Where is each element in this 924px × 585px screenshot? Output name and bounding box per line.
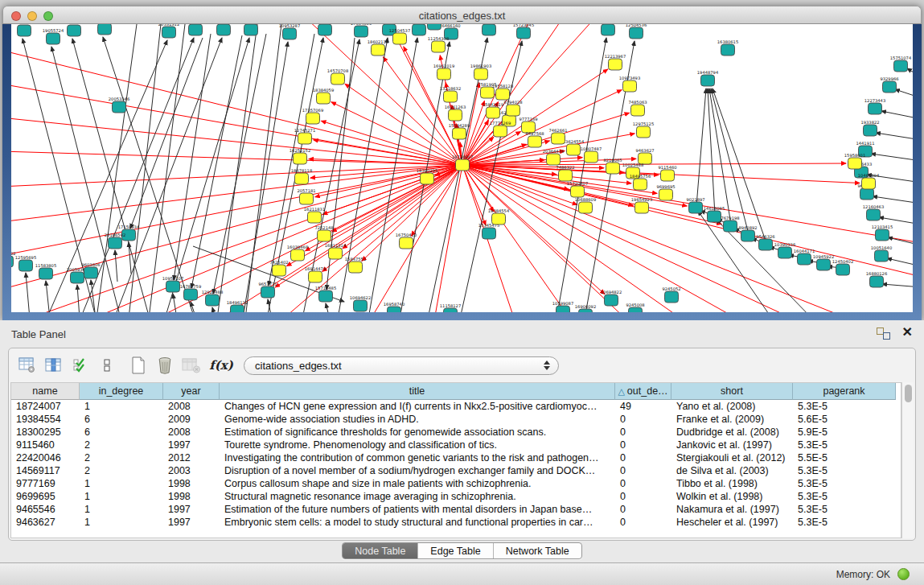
graph-node[interactable] — [474, 68, 488, 80]
column-header-year[interactable]: year — [163, 383, 220, 400]
citation-edge[interactable] — [191, 35, 242, 288]
cell-name[interactable]: 19384554 — [11, 413, 80, 426]
graph-node[interactable] — [456, 159, 470, 171]
graph-node[interactable] — [244, 24, 258, 35]
graph-node[interactable] — [113, 101, 126, 113]
cell-year[interactable]: 1998 — [163, 477, 220, 490]
graph-node[interactable] — [47, 33, 60, 44]
cell-pagerank[interactable]: 5.3E-5 — [793, 439, 896, 451]
citation-edge[interactable] — [907, 68, 913, 77]
table-row[interactable]: 969969511998Structural magnetic resonanc… — [11, 490, 901, 503]
table-settings-icon[interactable] — [15, 353, 39, 377]
graph-node[interactable] — [413, 24, 426, 35]
float-panel-icon[interactable] — [877, 328, 890, 340]
graph-node[interactable] — [528, 136, 542, 147]
citation-edge[interactable] — [326, 303, 330, 312]
cell-title[interactable]: Genome-wide association studies in ADHD. — [220, 413, 615, 426]
cell-year[interactable]: 2003 — [163, 464, 220, 477]
graph-node[interactable] — [798, 253, 811, 265]
cell-name[interactable]: 18300295 — [11, 426, 80, 439]
graph-node[interactable] — [759, 239, 773, 250]
cell-pagerank[interactable]: 5.3E-5 — [793, 464, 896, 477]
close-panel-icon[interactable]: ✕ — [902, 324, 913, 340]
graph-node[interactable] — [579, 309, 593, 312]
graph-node[interactable] — [309, 271, 322, 282]
graph-node[interactable] — [317, 93, 331, 104]
citation-edge[interactable] — [11, 50, 462, 165]
cell-short[interactable]: Jankovic et al. (1997) — [671, 439, 793, 451]
graph-node[interactable] — [552, 133, 565, 144]
table-scrollbar[interactable] — [901, 382, 914, 538]
cell-title[interactable]: Estimation of the future numbers of pati… — [220, 503, 615, 516]
cell-in_degree[interactable]: 1 — [80, 516, 163, 529]
citation-edge[interactable] — [888, 237, 913, 245]
cell-title[interactable]: Embryonic stem cells: a model to study s… — [220, 516, 615, 529]
cell-name[interactable]: 9463627 — [11, 516, 80, 529]
graph-node[interactable] — [571, 186, 585, 197]
cell-out_degree[interactable]: 0 — [615, 426, 671, 439]
graph-node[interactable] — [559, 170, 573, 181]
cell-out_degree[interactable]: 0 — [615, 413, 671, 426]
column-header-name[interactable]: name — [11, 383, 80, 400]
graph-node[interactable] — [870, 276, 884, 287]
table-row[interactable]: 1872400712008Changes of HCN gene express… — [11, 400, 901, 413]
cell-in_degree[interactable]: 2 — [80, 464, 163, 477]
graph-node[interactable] — [605, 295, 618, 306]
graph-node[interactable] — [273, 265, 286, 276]
scrollbar-thumb[interactable] — [905, 385, 912, 402]
graph-node[interactable] — [68, 25, 81, 36]
table-row[interactable]: 2242004622012Investigating the contribut… — [11, 451, 901, 464]
cell-title[interactable]: Changes of HCN gene expression and I(f) … — [220, 400, 615, 413]
graph-node[interactable] — [19, 260, 33, 271]
cell-pagerank[interactable]: 5.5E-5 — [793, 451, 896, 464]
graph-node[interactable] — [689, 202, 703, 213]
graph-node[interactable] — [602, 24, 615, 35]
window-titlebar[interactable]: citations_edges.txt — [2, 6, 922, 24]
cell-out_degree[interactable]: 0 — [615, 451, 671, 464]
graph-node[interactable] — [331, 73, 345, 84]
cell-pagerank[interactable]: 5.6E-5 — [793, 413, 896, 426]
citation-edge[interactable] — [309, 159, 462, 165]
citation-edge[interactable] — [871, 154, 913, 161]
delete-column-icon[interactable] — [179, 353, 203, 377]
graph-node[interactable] — [864, 125, 877, 136]
citation-network-graph[interactable]: 9357951190557242069140616872044205313121… — [11, 24, 913, 312]
graph-node[interactable] — [556, 306, 570, 312]
graph-node[interactable] — [708, 211, 721, 222]
cell-year[interactable]: 1997 — [163, 439, 220, 451]
cell-in_degree[interactable]: 1 — [80, 400, 163, 413]
citation-edge[interactable] — [462, 165, 913, 243]
graph-node[interactable] — [98, 24, 112, 35]
graph-node[interactable] — [428, 24, 441, 30]
graph-node[interactable] — [432, 41, 446, 52]
graph-node[interactable] — [634, 179, 647, 190]
graph-node[interactable] — [306, 113, 320, 124]
graph-node[interactable] — [166, 281, 180, 292]
graph-node[interactable] — [231, 305, 244, 312]
graph-node[interactable] — [701, 75, 715, 86]
graph-node[interactable] — [721, 44, 735, 56]
citation-edge[interactable] — [462, 163, 846, 165]
cell-pagerank[interactable]: 5.3E-5 — [793, 490, 896, 503]
citation-edge[interactable] — [709, 89, 731, 225]
column-header-in_degree[interactable]: in_degree — [80, 383, 163, 400]
graph-node[interactable] — [393, 33, 407, 44]
graph-node[interactable] — [492, 213, 506, 225]
citation-edge[interactable] — [47, 40, 167, 312]
cell-title[interactable]: Corpus callosum shape and size in male p… — [220, 477, 615, 490]
clear-selection-icon[interactable] — [95, 353, 119, 377]
cell-name[interactable]: 18724007 — [11, 400, 80, 413]
cell-short[interactable]: Wolkin et al. (1998) — [671, 490, 793, 503]
network-canvas[interactable]: 9357951190557242069140616872044205313121… — [11, 24, 913, 312]
table-row[interactable]: 977716911998Corpus callosum shape and si… — [11, 477, 901, 490]
citation-edge[interactable] — [882, 284, 913, 287]
cell-year[interactable]: 1997 — [163, 516, 220, 529]
graph-node[interactable] — [11, 256, 14, 267]
graph-node[interactable] — [817, 259, 831, 270]
column-header-title[interactable]: title — [220, 383, 615, 400]
cell-title[interactable]: Disruption of a novel member of a sodium… — [220, 464, 615, 477]
table-row[interactable]: 1938455462009Genome-wide association stu… — [11, 413, 901, 426]
tab-edge-table[interactable]: Edge Table — [417, 543, 492, 558]
graph-node[interactable] — [741, 230, 755, 241]
graph-node[interactable] — [659, 189, 673, 200]
